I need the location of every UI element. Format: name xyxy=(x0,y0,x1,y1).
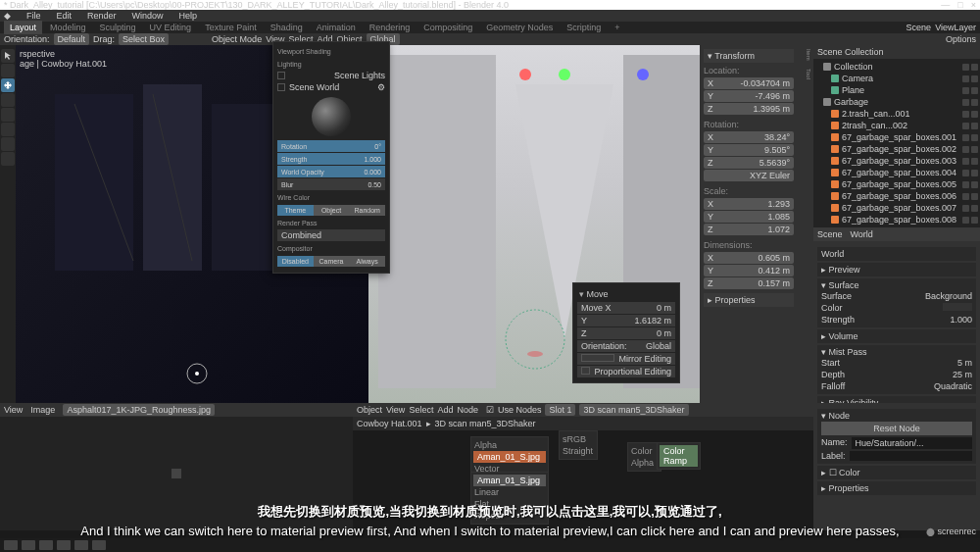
node-section-header[interactable]: ▾ Node xyxy=(821,411,972,421)
tree-item[interactable]: Plane xyxy=(815,84,978,96)
tree-item[interactable]: 2.trash_can...001 xyxy=(815,108,978,120)
start-val[interactable]: 5 m xyxy=(957,358,972,368)
taskbar-app[interactable] xyxy=(92,540,106,550)
slot-selector[interactable]: Slot 1 xyxy=(545,404,575,416)
taskbar-app[interactable] xyxy=(74,540,88,550)
color-space-node[interactable]: sRGB Straight xyxy=(559,430,598,460)
render-icon[interactable] xyxy=(971,146,978,153)
strength-val[interactable]: 1.000 xyxy=(950,315,972,325)
render-icon[interactable] xyxy=(971,181,978,188)
render-icon[interactable] xyxy=(971,217,978,224)
tree-item[interactable]: 67_garbage_spar_boxes.003 xyxy=(815,155,978,167)
taskbar-app[interactable] xyxy=(57,540,71,550)
preview-section[interactable]: ▸ Preview xyxy=(817,263,976,276)
scale-y[interactable]: 1.085 xyxy=(717,212,790,222)
node-color-out[interactable]: Color xyxy=(630,445,659,457)
properties-header[interactable]: ▸ Properties xyxy=(704,293,794,307)
tab-uv[interactable]: UV Editing xyxy=(144,21,198,34)
maximize-icon[interactable]: □ xyxy=(957,0,962,10)
tab-rendering[interactable]: Rendering xyxy=(364,21,416,34)
menu-help[interactable]: Help xyxy=(179,11,198,21)
tool-rotate[interactable] xyxy=(1,93,15,107)
orientation-val[interactable]: Global xyxy=(646,341,671,351)
props-world[interactable]: World xyxy=(851,229,873,239)
color-swatch[interactable] xyxy=(943,303,972,311)
tool-move[interactable] xyxy=(1,78,15,92)
tool-scale[interactable] xyxy=(1,108,15,122)
rot-x[interactable]: 38.24° xyxy=(717,132,790,142)
tree-item[interactable]: 67_garbage_spar_boxes.004 xyxy=(815,167,978,178)
render-icon[interactable] xyxy=(971,87,978,94)
falloff-val[interactable]: Quadratic xyxy=(934,381,972,391)
tree-item[interactable]: Collection xyxy=(815,61,978,73)
search-button[interactable] xyxy=(22,540,35,550)
surface-header[interactable]: ▾ Surface xyxy=(821,280,972,290)
viewport-right[interactable]: ▾ Move Move X0 m Y1.6182 m Z0 m Orientat… xyxy=(368,45,700,403)
orientation-default[interactable]: Default xyxy=(54,33,90,45)
depth-val[interactable]: 25 m xyxy=(953,370,972,379)
tree-item[interactable]: Garbage xyxy=(815,96,978,108)
visibility-icon[interactable] xyxy=(962,64,969,71)
tool-annotate[interactable] xyxy=(1,137,15,151)
visibility-icon[interactable] xyxy=(962,146,969,153)
move-x-val[interactable]: 0 m xyxy=(657,303,671,313)
tab-shading[interactable]: Shading xyxy=(265,21,309,34)
tab-item[interactable]: Item xyxy=(798,45,813,65)
node-alpha-out[interactable]: Alpha xyxy=(473,439,546,451)
move-y-val[interactable]: 1.6182 m xyxy=(634,316,671,326)
tree-item[interactable]: 2trash_can...002 xyxy=(815,120,978,131)
mist-header[interactable]: ▾ Mist Pass xyxy=(821,347,972,357)
scale-z[interactable]: 1.072 xyxy=(717,225,790,234)
node-linear[interactable]: Linear xyxy=(473,486,546,498)
use-nodes-label[interactable]: Use Nodes xyxy=(498,405,542,415)
visibility-icon[interactable] xyxy=(962,181,969,188)
color-section[interactable]: ▸ ☐ Color xyxy=(817,466,976,479)
tab-animation[interactable]: Animation xyxy=(311,21,362,34)
node-select-menu[interactable]: Select xyxy=(409,405,433,415)
prop-checkbox[interactable] xyxy=(581,367,590,375)
label-input[interactable] xyxy=(850,451,972,461)
render-icon[interactable] xyxy=(971,170,978,176)
close-icon[interactable]: × xyxy=(971,0,976,10)
render-icon[interactable] xyxy=(971,111,978,118)
scene-selector[interactable]: Scene xyxy=(906,23,932,32)
tab-scripting[interactable]: Scripting xyxy=(561,21,607,34)
drag-selectbox[interactable]: Select Box xyxy=(119,33,169,45)
tool-cursor[interactable] xyxy=(1,49,15,63)
node-srgb[interactable]: sRGB xyxy=(562,433,595,445)
dim-y[interactable]: 0.412 m xyxy=(717,266,790,276)
img-view-menu[interactable]: View xyxy=(4,405,23,415)
scene-world-checkbox[interactable] xyxy=(277,83,285,91)
visibility-icon[interactable] xyxy=(962,75,969,82)
rotation-value[interactable]: 0° xyxy=(374,143,381,150)
world-opacity-value[interactable]: 0.000 xyxy=(364,169,381,176)
render-icon[interactable] xyxy=(971,193,978,200)
options-btn[interactable]: Options xyxy=(946,34,976,44)
color-ramp-node[interactable]: Color Ramp xyxy=(657,442,701,470)
world-dropdown[interactable]: World xyxy=(817,247,976,261)
tab-layout[interactable]: Layout xyxy=(4,21,42,34)
visibility-icon[interactable] xyxy=(962,170,969,176)
rot-z[interactable]: 5.5639° xyxy=(717,158,790,168)
breadcrumb-material[interactable]: 3D scan man5_3DShaker xyxy=(435,419,536,428)
props-scene[interactable]: Scene xyxy=(817,229,843,239)
mirror-checkbox[interactable] xyxy=(581,354,614,362)
menu-edit[interactable]: Edit xyxy=(57,11,73,21)
move-z-val[interactable]: 0 m xyxy=(657,328,671,338)
wire-object-btn[interactable]: Object xyxy=(314,205,350,216)
visibility-icon[interactable] xyxy=(962,87,969,94)
img-filename[interactable]: Asphalt017_1K-JPG_Roughness.jpg xyxy=(63,404,215,416)
visibility-icon[interactable] xyxy=(962,99,969,106)
tree-item[interactable]: 67_garbage_spar_boxes.006 xyxy=(815,190,978,202)
node-view-menu[interactable]: View xyxy=(386,405,405,415)
tab-texture[interactable]: Texture Paint xyxy=(199,21,263,34)
menu-window[interactable]: Window xyxy=(132,11,164,21)
object-mode[interactable]: Object Mode xyxy=(212,34,262,44)
menu-file[interactable]: File xyxy=(26,11,41,21)
taskbar-app[interactable] xyxy=(39,540,53,550)
dim-z[interactable]: 0.157 m xyxy=(717,278,790,288)
loc-y[interactable]: -7.496 m xyxy=(717,91,790,101)
scale-x[interactable]: 1.293 xyxy=(717,199,790,209)
tab-compositing[interactable]: Compositing xyxy=(417,21,478,34)
reset-node-button[interactable]: Reset Node xyxy=(821,422,972,435)
